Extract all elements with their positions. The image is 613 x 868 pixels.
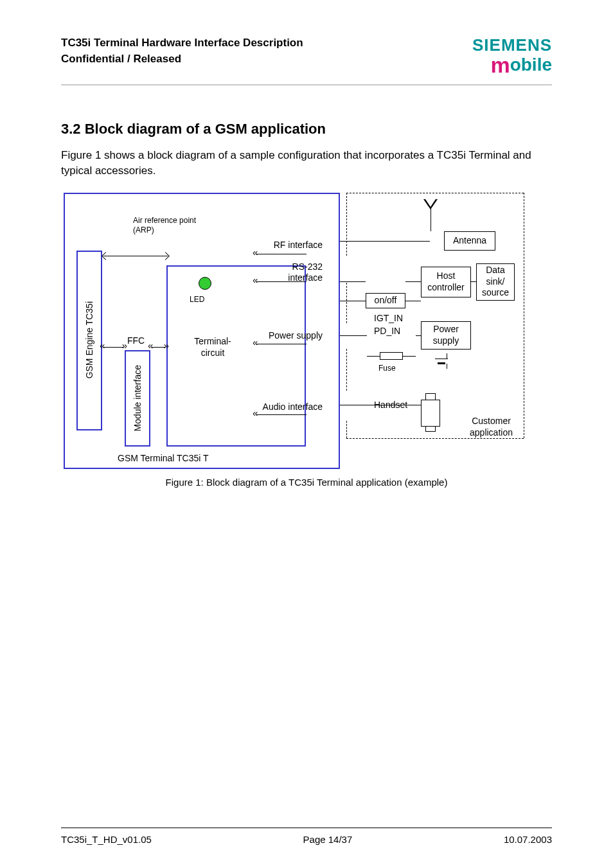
rf-interface-label: RF interface bbox=[249, 240, 323, 251]
header-rule bbox=[61, 84, 552, 85]
fuse-label: Fuse bbox=[378, 364, 396, 373]
host-controller-box: Host controller bbox=[421, 267, 471, 297]
connector-line bbox=[471, 281, 476, 282]
connector-line bbox=[405, 301, 421, 301]
led-label: LED bbox=[190, 295, 204, 304]
customer-area-border bbox=[346, 193, 524, 193]
connector-line bbox=[340, 281, 366, 282]
customer-area-border bbox=[524, 193, 524, 438]
handset-icon bbox=[421, 400, 440, 427]
gsm-terminal-label: GSM Terminal TC35i T bbox=[118, 453, 209, 463]
gsm-engine-label: GSM Engine TC35i bbox=[84, 301, 94, 378]
gsm-engine-box: GSM Engine TC35i bbox=[76, 251, 102, 430]
handset-icon bbox=[425, 393, 436, 400]
footer-center: Page 14/37 bbox=[303, 834, 353, 845]
brand-logo: SIEMENS mobile bbox=[472, 35, 552, 78]
connector-line bbox=[256, 254, 306, 254]
section-heading: 3.2 Block diagram of a GSM application bbox=[61, 121, 552, 137]
customer-area-border bbox=[346, 193, 347, 256]
handset-icon bbox=[425, 427, 436, 432]
connector-line bbox=[256, 281, 306, 282]
battery-icon bbox=[438, 362, 445, 364]
logo-mobile: mobile bbox=[472, 53, 552, 78]
customer-area-border bbox=[346, 283, 347, 323]
connector-line bbox=[256, 344, 306, 344]
battery-icon bbox=[435, 359, 448, 359]
fuse-icon bbox=[380, 352, 403, 360]
pd-in-label: PD_IN bbox=[374, 326, 400, 336]
fuse-icon bbox=[367, 356, 380, 357]
connector-line bbox=[405, 281, 421, 282]
module-interface-box: Module interface bbox=[125, 350, 150, 447]
page: TC35i Terminal Hardware Interface Descri… bbox=[0, 0, 613, 868]
figure-caption: Figure 1: Block diagram of a TC35i Termi… bbox=[61, 477, 552, 488]
battery-icon bbox=[447, 364, 447, 369]
igt-in-label: IGT_IN bbox=[374, 313, 403, 323]
logo-mobile-m: m bbox=[490, 53, 510, 77]
customer-area-border bbox=[346, 349, 347, 391]
connector-line bbox=[152, 347, 165, 348]
battery-icon bbox=[447, 353, 447, 359]
fuse-icon bbox=[403, 356, 416, 357]
connector-line bbox=[256, 414, 306, 415]
onoff-box: on/off bbox=[366, 293, 405, 308]
power-supply-interface-label: Power supply bbox=[249, 330, 323, 342]
header-line2: Confidential / Released bbox=[61, 51, 303, 67]
header-title-block: TC35i Terminal Hardware Interface Descri… bbox=[61, 35, 303, 67]
power-supply-box: Power supply bbox=[421, 321, 471, 350]
connector-line bbox=[340, 301, 366, 301]
connector-line bbox=[103, 347, 123, 348]
arp-label: Air reference point (ARP) bbox=[133, 216, 196, 235]
logo-mobile-rest: obile bbox=[510, 55, 552, 75]
connector-line bbox=[340, 335, 367, 336]
section-paragraph: Figure 1 shows a block diagram of a samp… bbox=[61, 148, 552, 179]
connector-line bbox=[416, 335, 421, 336]
data-sink-source-box: Data sink/ source bbox=[476, 263, 515, 301]
rs232-interface-label: RS-232 interface bbox=[249, 261, 323, 284]
footer-rule bbox=[61, 828, 552, 828]
footer-right: 10.07.2003 bbox=[504, 834, 552, 845]
connector-line bbox=[340, 405, 421, 405]
footer-left: TC35i_T_HD_v01.05 bbox=[61, 834, 152, 845]
page-footer: TC35i_T_HD_v01.05 Page 14/37 10.07.2003 bbox=[61, 834, 552, 845]
customer-application-label: Customer application bbox=[461, 415, 522, 438]
led-icon bbox=[199, 277, 211, 290]
page-header: TC35i Terminal Hardware Interface Descri… bbox=[61, 35, 552, 78]
antenna-box: Antenna bbox=[444, 231, 495, 251]
module-interface-label: Module interface bbox=[132, 365, 143, 432]
audio-interface-label: Audio interface bbox=[249, 402, 323, 413]
connector-line bbox=[340, 241, 430, 242]
block-diagram: GSM Engine TC35i Module interface Air re… bbox=[64, 193, 524, 469]
ffc-label: FFC bbox=[127, 335, 145, 346]
connector-line bbox=[103, 256, 168, 256]
antenna-icon bbox=[425, 199, 436, 207]
header-line1: TC35i Terminal Hardware Interface Descri… bbox=[61, 35, 303, 51]
terminal-circuit-label: Terminal- circuit bbox=[187, 335, 238, 359]
customer-area-border bbox=[346, 421, 347, 438]
